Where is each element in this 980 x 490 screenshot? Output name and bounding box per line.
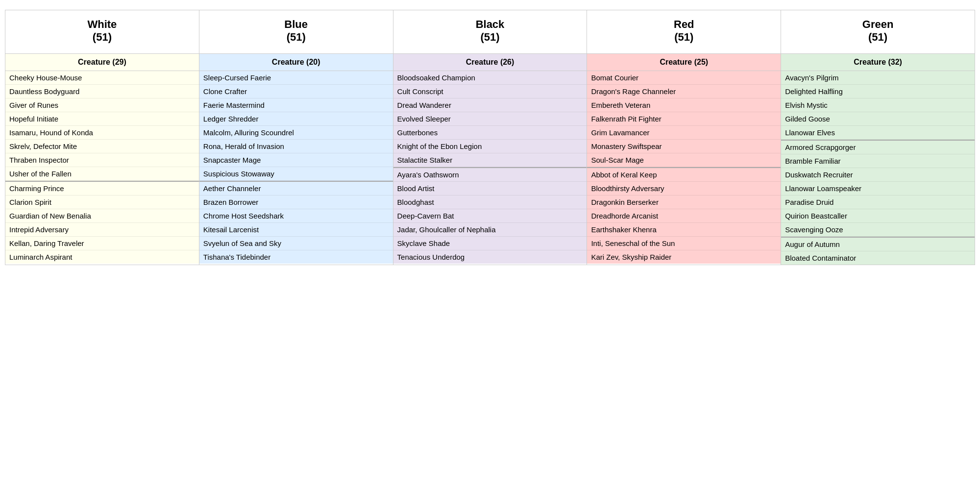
list-item: Bloodsoaked Champion (393, 71, 587, 85)
card-list-red: Bomat CourierDragon's Rage ChannelerEmbe… (587, 71, 781, 264)
list-item: Usher of the Fallen (5, 167, 199, 181)
section-header-red: Creature (25) (587, 54, 781, 71)
list-item: Duskwatch Recruiter (781, 168, 975, 182)
list-item: Deep-Cavern Bat (393, 209, 587, 223)
list-item: Ledger Shredder (199, 112, 393, 126)
card-list-black: Bloodsoaked ChampionCult ConscriptDread … (393, 71, 587, 264)
list-item: Skrelv, Defector Mite (5, 140, 199, 153)
list-item: Abbot of Keral Keep (587, 167, 781, 182)
list-item: Snapcaster Mage (199, 153, 393, 167)
list-item: Svyelun of Sea and Sky (199, 237, 393, 250)
list-item: Luminarch Aspirant (5, 250, 199, 264)
list-item: Dreadhorde Arcanist (587, 209, 781, 223)
list-item: Gilded Goose (781, 112, 975, 126)
list-item: Hopeful Initiate (5, 112, 199, 126)
card-list-white: Cheeky House-MouseDauntless BodyguardGiv… (5, 71, 199, 264)
list-item: Charming Prince (5, 181, 199, 196)
list-item: Rona, Herald of Invasion (199, 140, 393, 153)
list-item: Evolved Sleeper (393, 112, 587, 126)
list-item: Thraben Inspector (5, 153, 199, 167)
list-item: Avacyn's Pilgrim (781, 71, 975, 85)
list-item: Armored Scrapgorger (781, 140, 975, 154)
list-item: Cheeky House-Mouse (5, 71, 199, 85)
column-title-red: Red (674, 18, 694, 30)
list-item: Tishana's Tidebinder (199, 250, 393, 264)
list-item: Monastery Swiftspear (587, 140, 781, 153)
section-header-black: Creature (26) (393, 54, 587, 71)
column-title-green: Green (862, 18, 894, 30)
list-item: Inti, Seneschal of the Sun (587, 237, 781, 250)
list-item: Elvish Mystic (781, 98, 975, 112)
list-item: Cult Conscript (393, 85, 587, 98)
list-item: Stalactite Stalker (393, 153, 587, 167)
column-black: Black(51)Creature (26)Bloodsoaked Champi… (393, 10, 588, 265)
list-item: Embereth Veteran (587, 98, 781, 112)
list-item: Clarion Spirit (5, 196, 199, 209)
list-item: Scavenging Ooze (781, 223, 975, 237)
list-item: Gutterbones (393, 126, 587, 140)
column-title-black: Black (476, 18, 505, 30)
list-item: Jadar, Ghoulcaller of Nephalia (393, 223, 587, 237)
list-item: Tenacious Underdog (393, 250, 587, 264)
columns-wrapper: White(51)Creature (29)Cheeky House-Mouse… (5, 10, 975, 265)
list-item: Faerie Mastermind (199, 98, 393, 112)
list-item: Kellan, Daring Traveler (5, 237, 199, 250)
list-item: Malcolm, Alluring Scoundrel (199, 126, 393, 140)
list-item: Earthshaker Khenra (587, 223, 781, 237)
list-item: Sleep-Cursed Faerie (199, 71, 393, 85)
list-item: Delighted Halfling (781, 85, 975, 98)
column-title-blue: Blue (284, 18, 308, 30)
list-item: Grim Lavamancer (587, 126, 781, 140)
column-header-black: Black(51) (393, 10, 587, 54)
list-item: Clone Crafter (199, 85, 393, 98)
list-item: Chrome Host Seedshark (199, 209, 393, 223)
list-item: Llanowar Elves (781, 126, 975, 140)
column-red: Red(51)Creature (25)Bomat CourierDragon'… (587, 10, 781, 265)
column-header-white: White(51) (5, 10, 199, 54)
list-item: Bramble Familiar (781, 154, 975, 168)
column-blue: Blue(51)Creature (20)Sleep-Cursed Faerie… (199, 10, 393, 265)
list-item: Paradise Druid (781, 196, 975, 209)
page-container: White(51)Creature (29)Cheeky House-Mouse… (0, 0, 980, 275)
list-item: Falkenrath Pit Fighter (587, 112, 781, 126)
list-item: Dread Wanderer (393, 98, 587, 112)
column-count-red: (51) (591, 31, 777, 44)
list-item: Bomat Courier (587, 71, 781, 85)
column-count-green: (51) (785, 31, 971, 44)
column-white: White(51)Creature (29)Cheeky House-Mouse… (5, 10, 199, 265)
list-item: Kari Zev, Skyship Raider (587, 250, 781, 264)
list-item: Skyclave Shade (393, 237, 587, 250)
list-item: Giver of Runes (5, 98, 199, 112)
list-item: Isamaru, Hound of Konda (5, 126, 199, 140)
list-item: Intrepid Adversary (5, 223, 199, 237)
list-item: Suspicious Stowaway (199, 167, 393, 181)
column-title-white: White (87, 18, 117, 30)
section-header-green: Creature (32) (781, 54, 975, 71)
list-item: Bloated Contaminator (781, 251, 975, 265)
list-item: Guardian of New Benalia (5, 209, 199, 223)
list-item: Blood Artist (393, 182, 587, 196)
list-item: Knight of the Ebon Legion (393, 140, 587, 153)
column-header-green: Green(51) (781, 10, 975, 54)
column-count-white: (51) (9, 31, 195, 44)
column-count-black: (51) (397, 31, 583, 44)
list-item: Quirion Beastcaller (781, 209, 975, 223)
list-item: Bloodghast (393, 196, 587, 209)
list-item: Soul-Scar Mage (587, 153, 781, 167)
list-item: Llanowar Loamspeaker (781, 182, 975, 196)
column-header-red: Red(51) (587, 10, 781, 54)
list-item: Brazen Borrower (199, 196, 393, 209)
list-item: Augur of Autumn (781, 237, 975, 251)
list-item: Ayara's Oathsworn (393, 167, 587, 182)
column-header-blue: Blue(51) (199, 10, 393, 54)
list-item: Dauntless Bodyguard (5, 85, 199, 98)
list-item: Dragon's Rage Channeler (587, 85, 781, 98)
list-item: Aether Channeler (199, 181, 393, 196)
card-list-blue: Sleep-Cursed FaerieClone CrafterFaerie M… (199, 71, 393, 264)
list-item: Kitesail Larcenist (199, 223, 393, 237)
section-header-blue: Creature (20) (199, 54, 393, 71)
card-list-green: Avacyn's PilgrimDelighted HalflingElvish… (781, 71, 975, 265)
column-green: Green(51)Creature (32)Avacyn's PilgrimDe… (781, 10, 975, 265)
section-header-white: Creature (29) (5, 54, 199, 71)
column-count-blue: (51) (203, 31, 389, 44)
